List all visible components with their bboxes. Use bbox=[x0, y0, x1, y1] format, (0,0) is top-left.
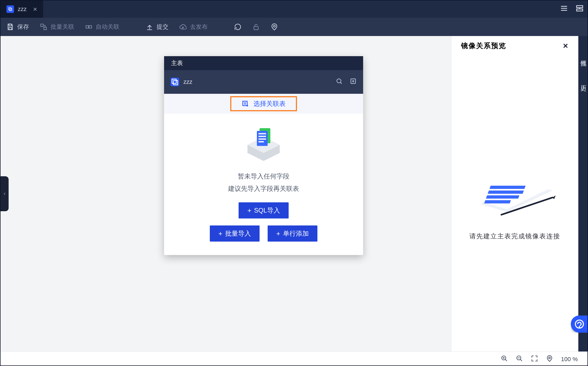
main-table-card: 主表 zzz bbox=[164, 56, 363, 255]
tab-title: zzz bbox=[18, 6, 27, 13]
publish-label: 去发布 bbox=[190, 23, 208, 31]
left-panel-expand-handle[interactable] bbox=[1, 176, 9, 211]
card-name: zzz bbox=[183, 78, 192, 85]
publish-button[interactable]: 去发布 bbox=[179, 23, 208, 31]
right-sidebar: 属性 历史 bbox=[578, 36, 588, 351]
close-icon[interactable]: × bbox=[563, 41, 569, 51]
empty-state-illustration bbox=[242, 123, 285, 164]
svg-point-44 bbox=[579, 326, 580, 327]
card-header-title: 主表 bbox=[171, 59, 183, 67]
svg-rect-38 bbox=[488, 191, 524, 194]
preview-illustration bbox=[472, 166, 558, 220]
batch-import-button[interactable]: + 批量导入 bbox=[210, 225, 260, 242]
location-button[interactable] bbox=[271, 23, 278, 31]
plus-icon: + bbox=[247, 207, 251, 214]
svg-line-20 bbox=[341, 82, 342, 84]
svg-rect-34 bbox=[258, 141, 264, 142]
svg-rect-1 bbox=[9, 8, 12, 11]
svg-rect-12 bbox=[86, 26, 88, 28]
svg-rect-33 bbox=[258, 138, 266, 140]
svg-line-46 bbox=[505, 359, 507, 361]
svg-rect-39 bbox=[486, 195, 519, 199]
empty-state-text: 暂未导入任何字段 建议先导入字段再关联表 bbox=[171, 170, 357, 195]
svg-rect-37 bbox=[490, 186, 526, 189]
svg-point-16 bbox=[274, 25, 275, 27]
help-button[interactable] bbox=[571, 315, 588, 333]
svg-rect-15 bbox=[254, 27, 258, 30]
svg-point-19 bbox=[337, 79, 341, 83]
card-subheader: zzz bbox=[164, 70, 363, 94]
batch-import-label: 批量导入 bbox=[225, 229, 251, 238]
submit-label: 提交 bbox=[157, 23, 168, 31]
file-icon bbox=[171, 78, 179, 86]
empty-line1: 暂未导入任何字段 bbox=[171, 170, 357, 182]
status-bar: 100 % bbox=[1, 351, 588, 366]
select-link-table-button[interactable]: 选择关联表 bbox=[230, 96, 297, 111]
svg-rect-17 bbox=[172, 79, 176, 83]
svg-rect-31 bbox=[258, 133, 266, 134]
zoom-out-icon[interactable] bbox=[516, 355, 523, 364]
add-icon[interactable] bbox=[350, 78, 357, 86]
file-icon bbox=[6, 5, 14, 13]
preview-header: 镜像关系预览 × bbox=[451, 36, 578, 55]
sql-import-button[interactable]: + SQL导入 bbox=[239, 202, 288, 218]
submit-button[interactable]: 提交 bbox=[146, 23, 168, 31]
search-icon[interactable] bbox=[336, 78, 343, 86]
svg-rect-6 bbox=[577, 9, 583, 11]
svg-rect-9 bbox=[9, 27, 11, 30]
auto-link-label: 自动关联 bbox=[96, 23, 119, 31]
empty-line2: 建议先导入字段再关联表 bbox=[171, 182, 357, 195]
add-row-button[interactable]: + 单行添加 bbox=[268, 225, 317, 242]
add-row-label: 单行添加 bbox=[283, 229, 309, 238]
lock-button[interactable] bbox=[252, 23, 260, 31]
preview-panel: 镜像关系预览 × bbox=[451, 36, 578, 351]
toolbar: 保存 批量关联 自动关联 提交 去发布 bbox=[1, 18, 588, 36]
layout-icon[interactable] bbox=[576, 4, 584, 14]
canvas-area[interactable]: 主表 zzz bbox=[1, 36, 451, 351]
save-label: 保存 bbox=[17, 23, 29, 31]
tab-bar-right bbox=[555, 1, 588, 18]
svg-rect-11 bbox=[44, 27, 46, 30]
close-icon[interactable]: × bbox=[33, 6, 37, 13]
select-link-table-row: 选择关联表 bbox=[164, 94, 363, 114]
locate-icon[interactable] bbox=[546, 355, 553, 364]
svg-rect-24 bbox=[243, 101, 247, 106]
svg-rect-13 bbox=[89, 26, 91, 28]
tab-bar: zzz × bbox=[1, 1, 588, 18]
svg-rect-0 bbox=[9, 8, 11, 10]
svg-rect-10 bbox=[41, 24, 43, 27]
refresh-button[interactable] bbox=[234, 23, 242, 31]
svg-line-50 bbox=[520, 359, 522, 361]
sql-import-label: SQL导入 bbox=[254, 206, 280, 215]
fullscreen-icon[interactable] bbox=[531, 355, 538, 364]
svg-rect-32 bbox=[258, 136, 266, 137]
svg-marker-42 bbox=[552, 195, 556, 199]
plus-icon: + bbox=[276, 230, 280, 237]
svg-point-52 bbox=[548, 357, 550, 359]
zoom-in-icon[interactable] bbox=[501, 355, 508, 364]
batch-link-label: 批量关联 bbox=[51, 23, 74, 31]
select-link-table-label: 选择关联表 bbox=[253, 99, 286, 108]
svg-rect-5 bbox=[577, 6, 583, 8]
card-header: 主表 bbox=[164, 56, 363, 70]
svg-rect-8 bbox=[9, 24, 11, 26]
card-body: 暂未导入任何字段 建议先导入字段再关联表 + SQL导入 + 批量导入 bbox=[164, 114, 363, 255]
auto-link-button[interactable]: 自动关联 bbox=[85, 23, 119, 31]
plus-icon: + bbox=[218, 230, 222, 237]
svg-rect-18 bbox=[173, 81, 178, 85]
svg-rect-40 bbox=[484, 200, 511, 203]
save-button[interactable]: 保存 bbox=[6, 23, 29, 31]
preview-title: 镜像关系预览 bbox=[461, 41, 506, 51]
zoom-level[interactable]: 100 % bbox=[561, 356, 578, 363]
tab-active[interactable]: zzz × bbox=[1, 1, 43, 18]
menu-icon[interactable] bbox=[560, 4, 568, 14]
preview-message: 请先建立主表完成镜像表连接 bbox=[469, 232, 560, 241]
batch-link-button[interactable]: 批量关联 bbox=[40, 23, 74, 31]
